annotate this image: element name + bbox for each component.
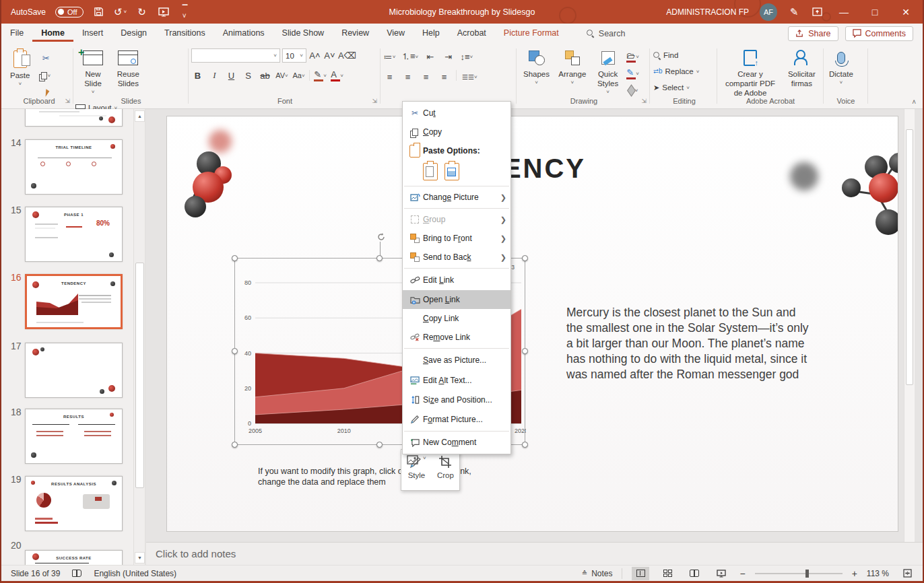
slide-16[interactable]: TENDENCY Mercury is the closest planet t… bbox=[166, 116, 898, 532]
style-button[interactable]: ˅ Style bbox=[407, 455, 426, 479]
tab-insert[interactable]: Insert bbox=[73, 25, 112, 42]
thumbnail-slide-16[interactable]: TENDENCY bbox=[25, 274, 123, 329]
replace-button[interactable]: ⮂bReplace˅ bbox=[653, 65, 715, 78]
zoom-slider-thumb[interactable] bbox=[805, 570, 809, 578]
zoom-in-button[interactable]: + bbox=[852, 568, 857, 579]
menu-item-group[interactable]: Group ❯ bbox=[403, 210, 510, 229]
align-right-button[interactable]: ≡ bbox=[420, 70, 432, 83]
shapes-button[interactable]: Shapes˅ bbox=[520, 46, 553, 88]
tab-home[interactable]: Home bbox=[32, 25, 73, 42]
resize-handle-se[interactable] bbox=[522, 442, 528, 448]
request-signatures-button[interactable]: Solicitar firmas bbox=[783, 46, 820, 91]
bold-button[interactable]: B bbox=[191, 69, 204, 82]
shape-effects-button[interactable]: ˅ bbox=[626, 83, 639, 97]
align-center-button[interactable]: ≡ bbox=[401, 70, 414, 83]
bullets-button[interactable]: ≔˅ bbox=[383, 50, 396, 63]
spellcheck-icon[interactable] bbox=[72, 570, 81, 577]
change-case-button[interactable]: Aa˅ bbox=[292, 69, 305, 82]
avatar[interactable]: AF bbox=[760, 3, 777, 21]
copy-button[interactable]: ˅ bbox=[40, 69, 53, 82]
new-slide-button[interactable]: + New Slide˅ bbox=[75, 46, 110, 97]
paste-keep-formatting-button[interactable] bbox=[423, 163, 438, 180]
reuse-slides-button[interactable]: Reuse Slides bbox=[112, 46, 143, 91]
notes-pane[interactable]: Click to add notes bbox=[146, 542, 923, 565]
italic-button[interactable]: I bbox=[208, 69, 221, 82]
arrange-button[interactable]: Arrange˅ bbox=[555, 46, 589, 88]
menu-item-copy-link[interactable]: Copy Link bbox=[403, 309, 510, 328]
tab-file[interactable]: File bbox=[1, 25, 32, 42]
menu-item-size-and-position[interactable]: Size and Position... bbox=[403, 390, 510, 409]
slide-indicator[interactable]: Slide 16 of 39 bbox=[11, 569, 60, 578]
font-size-combobox[interactable]: 10˅ bbox=[282, 48, 306, 63]
shape-outline-button[interactable]: ✎˅ bbox=[626, 67, 639, 80]
comments-button[interactable]: Comments bbox=[845, 26, 913, 41]
tab-help[interactable]: Help bbox=[414, 25, 449, 42]
paste-as-picture-button[interactable] bbox=[444, 163, 459, 180]
columns-button[interactable]: ☰☰˅ bbox=[462, 70, 477, 83]
resize-handle-s[interactable] bbox=[376, 442, 383, 448]
crop-button[interactable]: Crop bbox=[437, 455, 454, 479]
zoom-out-button[interactable]: − bbox=[739, 568, 745, 579]
font-color-button[interactable]: A˅ bbox=[331, 69, 343, 82]
menu-item-bring-to-front[interactable]: Bring to Front ❯ bbox=[403, 229, 510, 248]
close-button[interactable]: ✕ bbox=[896, 7, 916, 18]
scrollbar-thumb[interactable] bbox=[135, 263, 144, 488]
character-spacing-button[interactable]: AV˅ bbox=[275, 69, 288, 82]
increase-font-size-button[interactable]: A˄ bbox=[308, 48, 321, 62]
zoom-slider[interactable] bbox=[755, 573, 843, 574]
resize-handle-w[interactable] bbox=[232, 348, 238, 354]
tab-review[interactable]: Review bbox=[333, 25, 378, 42]
scroll-up-arrow[interactable]: ▲ bbox=[135, 110, 145, 122]
find-button[interactable]: Find bbox=[653, 48, 715, 62]
numbering-button[interactable]: ⒈≡˅ bbox=[401, 50, 418, 63]
save-icon[interactable] bbox=[93, 7, 105, 18]
resize-handle-n[interactable] bbox=[376, 255, 383, 261]
search-input[interactable]: Search bbox=[587, 29, 626, 38]
menu-item-remove-link[interactable]: Remove Link bbox=[403, 328, 510, 347]
language-indicator[interactable]: English (United States) bbox=[94, 569, 176, 578]
resize-handle-ne[interactable] bbox=[522, 255, 528, 261]
menu-item-new-comment[interactable]: New Comment bbox=[403, 433, 510, 452]
ribbon-display-options-icon[interactable] bbox=[811, 7, 823, 18]
start-presentation-icon[interactable] bbox=[158, 7, 170, 18]
drawing-dialog-launcher[interactable]: ⇲ bbox=[641, 98, 647, 104]
strikethrough-button[interactable]: ab bbox=[259, 69, 271, 82]
thumbnail-slide-18[interactable]: RESULTS bbox=[25, 409, 123, 464]
tab-animations[interactable]: Animations bbox=[214, 25, 273, 42]
reading-view-button[interactable] bbox=[686, 567, 703, 580]
menu-item-open-link[interactable]: Open Link bbox=[403, 290, 510, 309]
cut-button[interactable]: ✂ bbox=[40, 51, 53, 65]
font-name-combobox[interactable]: ˅ bbox=[191, 48, 280, 63]
thumbnail-slide-17[interactable] bbox=[25, 343, 123, 398]
menu-item-format-picture[interactable]: Format Picture... bbox=[403, 409, 510, 430]
thumbnail-slide-20[interactable]: SUCCESS RATE 75% bbox=[25, 550, 123, 565]
fit-slide-to-window-button[interactable] bbox=[898, 567, 916, 580]
share-button[interactable]: Share bbox=[788, 26, 838, 41]
resize-handle-sw[interactable] bbox=[232, 442, 238, 448]
align-left-button[interactable]: ≡ bbox=[383, 70, 396, 83]
slide-sorter-view-button[interactable] bbox=[659, 567, 676, 580]
tab-view[interactable]: View bbox=[378, 25, 414, 42]
shape-fill-button[interactable]: 🗁˅ bbox=[626, 50, 639, 63]
shadow-button[interactable]: S bbox=[242, 69, 255, 82]
font-dialog-launcher[interactable]: ⇲ bbox=[372, 98, 377, 104]
customize-quick-access-icon[interactable]: ▔˅ bbox=[179, 7, 191, 18]
menu-item-edit-alt-text[interactable]: Edit Alt Text... bbox=[403, 370, 510, 390]
tab-slide-show[interactable]: Slide Show bbox=[273, 25, 333, 42]
dictate-button[interactable]: Dictate˅ bbox=[826, 46, 857, 88]
clipboard-dialog-launcher[interactable]: ⇲ bbox=[65, 98, 70, 104]
zoom-level[interactable]: 113 % bbox=[867, 569, 889, 578]
menu-item-cut[interactable]: ✂ Cut bbox=[403, 104, 510, 123]
tab-acrobat[interactable]: Acrobat bbox=[449, 25, 495, 42]
clear-formatting-button[interactable]: A⌫ bbox=[338, 48, 356, 62]
decrease-indent-button[interactable]: ⇤ bbox=[424, 50, 436, 63]
rotate-handle[interactable] bbox=[376, 232, 385, 258]
minimize-button[interactable]: — bbox=[834, 7, 854, 18]
notes-toggle-button[interactable]: ≙ Notes bbox=[582, 569, 613, 578]
line-spacing-button[interactable]: ↕≡˅ bbox=[460, 50, 473, 63]
text-highlight-button[interactable]: ✎˅ bbox=[314, 69, 327, 82]
thumbnail-slide-19[interactable]: RESULTS ANALYSIS bbox=[25, 476, 123, 531]
increase-indent-button[interactable]: ⇥ bbox=[442, 50, 455, 63]
autosave-toggle[interactable]: Off bbox=[55, 7, 83, 18]
slideshow-view-button[interactable] bbox=[713, 567, 730, 580]
